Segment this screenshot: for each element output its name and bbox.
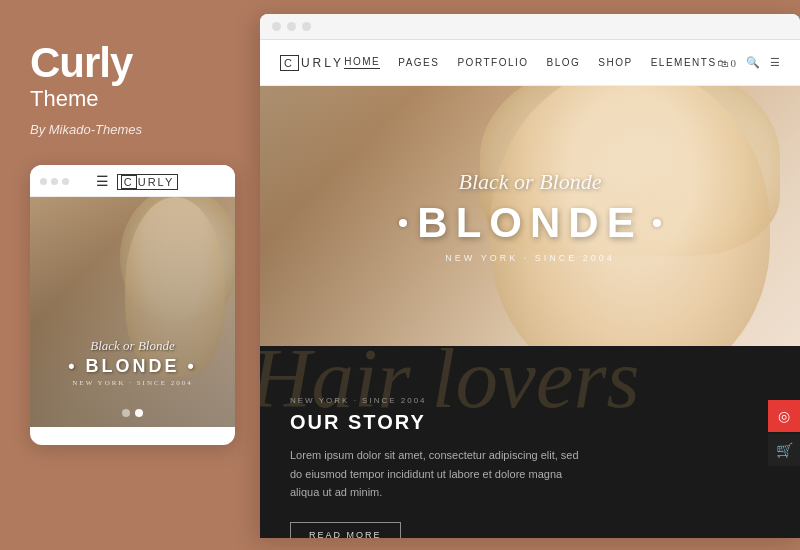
desktop-logo-c: C xyxy=(280,55,299,71)
share-icon: ◎ xyxy=(778,408,790,425)
mobile-dot-3 xyxy=(62,178,69,185)
cart-icon[interactable]: 🛍 0 xyxy=(717,57,736,69)
nav-link-blog[interactable]: BLOG xyxy=(547,57,581,68)
mobile-logo: CURLY xyxy=(117,174,178,190)
hero-dot-left xyxy=(399,219,407,227)
desktop-nav: CURLY HOME PAGES PORTFOLIO BLOG SHOP ELE… xyxy=(260,40,800,86)
search-icon[interactable]: 🔍 xyxy=(746,56,760,69)
story-content: NEW YORK · SINCE 2004 OUR STORY Lorem ip… xyxy=(290,376,770,538)
float-icon-share[interactable]: ◎ xyxy=(768,400,800,432)
desktop-logo: CURLY xyxy=(280,55,344,71)
story-title: OUR STORY xyxy=(290,411,770,434)
nav-link-home[interactable]: HOME xyxy=(344,56,380,69)
brand-title: Curly xyxy=(30,40,218,86)
mobile-dot-left: • xyxy=(68,356,77,376)
desktop-hero: Black or Blonde BLONDE NEW YORK · SINCE … xyxy=(260,86,800,346)
desktop-logo-text: URLY xyxy=(301,56,344,70)
mobile-dot-2 xyxy=(51,178,58,185)
hero-text-block: Black or Blonde BLONDE NEW YORK · SINCE … xyxy=(360,169,700,263)
nav-link-shop[interactable]: SHOP xyxy=(598,57,632,68)
story-section: Hair lovers NEW YORK · SINCE 2004 OUR ST… xyxy=(260,346,800,538)
brand-subtitle: Theme xyxy=(30,86,218,112)
brand-author: By Mikado-Themes xyxy=(30,122,218,137)
mobile-hero-overlay xyxy=(30,197,235,427)
hero-dot-right xyxy=(653,219,661,227)
nav-link-portfolio[interactable]: PORTFOLIO xyxy=(457,57,528,68)
story-since: NEW YORK · SINCE 2004 xyxy=(290,396,770,405)
hero-tagline: NEW YORK · SINCE 2004 xyxy=(360,253,700,263)
browser-dot-1 xyxy=(272,22,281,31)
read-more-button[interactable]: READ MORE xyxy=(290,522,401,538)
browser-dot-2 xyxy=(287,22,296,31)
browser-chrome xyxy=(260,14,800,40)
float-icon-cart[interactable]: 🛒 xyxy=(768,434,800,466)
hero-blonde-word: BLONDE xyxy=(417,199,642,247)
story-body: Lorem ipsum dolor sit amet, consectetur … xyxy=(290,446,590,502)
desktop-nav-links[interactable]: HOME PAGES PORTFOLIO BLOG SHOP ELEMENTS xyxy=(344,56,716,69)
mobile-hero: Black or Blonde • BLONDE • NEW YORK · SI… xyxy=(30,197,235,427)
mobile-indicator-2 xyxy=(135,409,143,417)
mobile-window-dots xyxy=(40,178,69,185)
mobile-blonde-word: BLONDE xyxy=(86,356,180,376)
mobile-indicator-1 xyxy=(122,409,130,417)
menu-icon[interactable]: ☰ xyxy=(770,56,780,69)
hero-script-text: Black or Blonde xyxy=(360,169,700,195)
story-right: NEW YORK · SINCE 2004 OUR STORY Lorem ip… xyxy=(290,376,770,538)
desktop-preview: CURLY HOME PAGES PORTFOLIO BLOG SHOP ELE… xyxy=(260,14,800,538)
hero-blonde-text: BLONDE xyxy=(360,199,700,247)
mobile-tagline: NEW YORK · SINCE 2004 xyxy=(30,379,235,387)
mobile-logo-bar: ☰ CURLY xyxy=(96,173,178,190)
mobile-text-block: Black or Blonde • BLONDE • NEW YORK · SI… xyxy=(30,338,235,387)
mobile-logo-c: C xyxy=(121,175,137,189)
nav-link-pages[interactable]: PAGES xyxy=(398,57,439,68)
nav-link-elements[interactable]: ELEMENTS xyxy=(651,57,717,68)
mobile-script-text: Black or Blonde xyxy=(30,338,235,354)
browser-dot-3 xyxy=(302,22,311,31)
mobile-preview: ☰ CURLY Black or Blonde • BLONDE • NEW Y… xyxy=(30,165,235,445)
mobile-dot-1 xyxy=(40,178,47,185)
mobile-blonde-text: • BLONDE • xyxy=(30,356,235,377)
mobile-dot-right: • xyxy=(188,356,197,376)
floating-icons: ◎ 🛒 xyxy=(768,400,800,466)
mobile-top-bar: ☰ CURLY xyxy=(30,165,235,197)
cart-float-icon: 🛒 xyxy=(776,442,793,459)
mobile-indicators xyxy=(30,409,235,417)
desktop-nav-icons: 🛍 0 🔍 ☰ xyxy=(717,56,780,69)
left-panel: Curly Theme By Mikado-Themes ☰ CURLY xyxy=(0,0,248,550)
hamburger-icon: ☰ xyxy=(96,173,109,190)
